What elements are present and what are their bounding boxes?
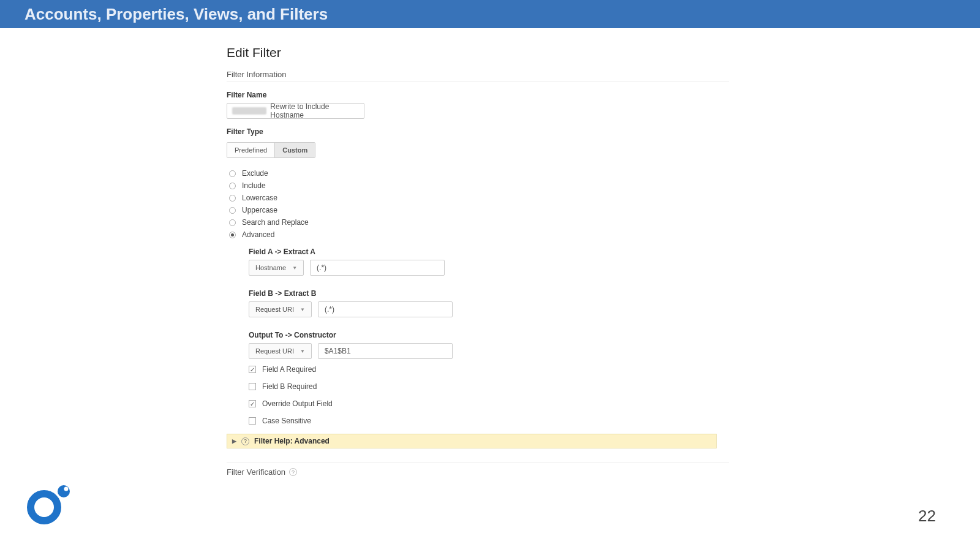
radio-icon [229, 207, 236, 214]
slide-title: Accounts, Properties, Views, and Filters [24, 5, 328, 24]
radio-lowercase[interactable]: Lowercase [229, 194, 729, 202]
chevron-down-icon: ▼ [300, 307, 305, 312]
chevron-right-icon: ▶ [232, 438, 236, 444]
chevron-down-icon: ▼ [300, 349, 305, 354]
label-filter-type: Filter Type [227, 127, 729, 136]
checkbox-icon [249, 417, 256, 425]
label-filter-name: Filter Name [227, 91, 729, 99]
label-field-b: Field B -> Extract B [249, 289, 729, 298]
check-case-sensitive[interactable]: Case Sensitive [249, 417, 729, 425]
radio-label: Lowercase [242, 194, 277, 202]
dropdown-value: Request URI [255, 306, 294, 313]
advanced-checklist: ✓ Field A Required Field B Required ✓ Ov… [249, 365, 729, 425]
checkbox-icon: ✓ [249, 400, 256, 407]
tab-predefined[interactable]: Predefined [227, 143, 274, 157]
check-field-a-required[interactable]: ✓ Field A Required [249, 365, 729, 374]
filter-name-input[interactable]: Rewrite to Include Hostname [227, 103, 364, 119]
input-value: (.*) [317, 263, 326, 272]
input-constructor[interactable]: $A1$B1 [318, 343, 453, 359]
logo-o8 [26, 483, 77, 527]
radio-label: Uppercase [242, 206, 277, 214]
radio-label: Search and Replace [242, 218, 309, 227]
input-value: $A1$B1 [325, 347, 351, 355]
filter-type-tabs: Predefined Custom [227, 142, 315, 158]
radio-icon [229, 183, 236, 189]
radio-include[interactable]: Include [229, 181, 729, 190]
input-value: (.*) [325, 305, 334, 314]
check-override-output[interactable]: ✓ Override Output Field [249, 399, 729, 408]
dropdown-value: Request URI [255, 347, 294, 355]
radio-icon [229, 195, 236, 202]
section-filter-information: Filter Information [227, 70, 729, 82]
slide-header: Accounts, Properties, Views, and Filters [0, 0, 980, 28]
radio-icon [229, 232, 236, 238]
check-field-b-required[interactable]: Field B Required [249, 382, 729, 391]
question-icon: ? [241, 437, 249, 445]
question-icon: ? [289, 468, 297, 476]
label-field-a: Field A -> Extract A [249, 247, 729, 256]
svg-point-0 [31, 494, 58, 521]
input-extract-a[interactable]: (.*) [310, 260, 445, 276]
dropdown-output[interactable]: Request URI ▼ [249, 343, 312, 359]
radio-search-replace[interactable]: Search and Replace [229, 218, 729, 227]
svg-point-1 [58, 485, 70, 497]
dropdown-field-a[interactable]: Hostname ▼ [249, 260, 304, 276]
radio-uppercase[interactable]: Uppercase [229, 206, 729, 214]
radio-exclude[interactable]: Exclude [229, 169, 729, 178]
check-label: Override Output Field [262, 399, 333, 408]
help-label: Filter Help: Advanced [254, 437, 330, 445]
checkbox-icon [249, 383, 256, 390]
section-filter-verification: Filter Verification ? [227, 462, 729, 477]
advanced-options-block: Field A -> Extract A Hostname ▼ (.*) Fie… [249, 247, 729, 359]
checkbox-icon: ✓ [249, 366, 256, 373]
form-content: Edit Filter Filter Information Filter Na… [227, 45, 729, 477]
page-title: Edit Filter [227, 45, 729, 60]
check-label: Field A Required [262, 365, 316, 374]
radio-advanced[interactable]: Advanced [229, 230, 729, 239]
svg-point-2 [64, 487, 69, 491]
filter-help-bar[interactable]: ▶ ? Filter Help: Advanced [227, 434, 717, 448]
verification-label: Filter Verification [227, 467, 285, 477]
radio-icon [229, 219, 236, 226]
radio-label: Exclude [242, 169, 268, 178]
page-number: 22 [918, 507, 936, 526]
radio-icon [229, 170, 236, 177]
label-output-to: Output To -> Constructor [249, 331, 729, 339]
chevron-down-icon: ▼ [292, 265, 297, 271]
check-label: Case Sensitive [262, 417, 311, 425]
input-extract-b[interactable]: (.*) [318, 301, 453, 317]
tab-custom[interactable]: Custom [274, 143, 315, 157]
dropdown-field-b[interactable]: Request URI ▼ [249, 301, 312, 317]
custom-filter-radio-list: Exclude Include Lowercase Uppercase Sear… [229, 169, 729, 239]
radio-label: Advanced [242, 230, 274, 239]
filter-name-value: Rewrite to Include Hostname [270, 102, 359, 119]
check-label: Field B Required [262, 382, 317, 391]
dropdown-value: Hostname [255, 264, 286, 271]
radio-label: Include [242, 181, 266, 190]
redacted-text [232, 107, 266, 115]
